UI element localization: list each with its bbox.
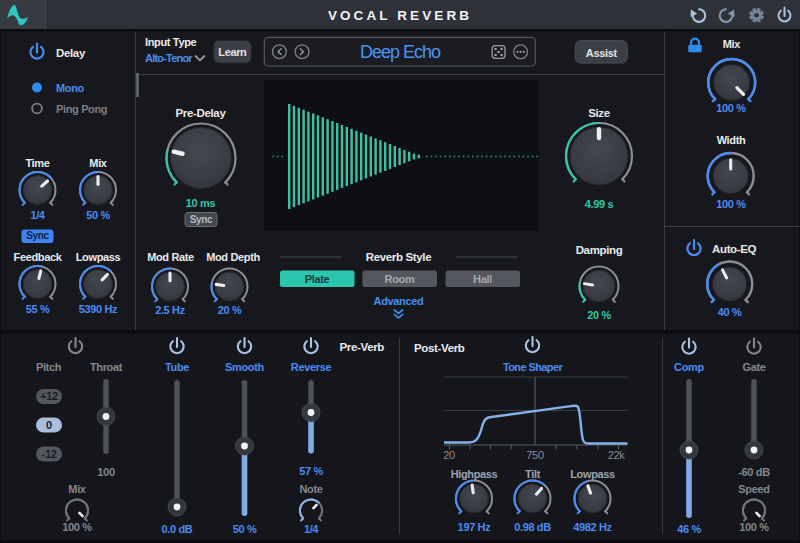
svg-text:Speed: Speed [738, 483, 769, 495]
svg-text:4.99 s: 4.99 s [585, 198, 614, 210]
svg-text:Sync: Sync [190, 214, 213, 225]
svg-text:0: 0 [46, 419, 52, 431]
svg-text:Size: Size [588, 107, 610, 119]
svg-text:100 %: 100 % [716, 198, 746, 210]
svg-text:Lowpass: Lowpass [570, 468, 615, 480]
svg-text:Post-Verb: Post-Verb [414, 342, 465, 354]
svg-text:Mod Rate: Mod Rate [147, 251, 194, 263]
svg-text:Delay: Delay [56, 47, 86, 59]
svg-text:Highpass: Highpass [451, 468, 498, 480]
svg-text:Comp: Comp [674, 361, 704, 373]
svg-text:Plate: Plate [305, 273, 330, 285]
svg-text:1/4: 1/4 [30, 209, 45, 221]
svg-text:Mono: Mono [56, 82, 85, 94]
svg-text:Hall: Hall [473, 273, 492, 285]
svg-text:2.5 Hz: 2.5 Hz [155, 304, 186, 316]
svg-text:Mix: Mix [723, 38, 742, 50]
svg-text:50 %: 50 % [86, 209, 110, 221]
svg-text:Width: Width [717, 134, 746, 146]
svg-text:100 %: 100 % [62, 521, 92, 533]
svg-text:Tone Shaper: Tone Shaper [503, 361, 564, 373]
svg-text:0.0 dB: 0.0 dB [162, 523, 193, 535]
svg-text:Mix: Mix [89, 157, 108, 169]
svg-text:VOCAL REVERB: VOCAL REVERB [328, 8, 472, 23]
svg-text:55 %: 55 % [26, 303, 50, 315]
svg-text:-12: -12 [42, 448, 57, 460]
svg-text:Input Type: Input Type [145, 36, 197, 48]
svg-text:Learn: Learn [218, 46, 247, 58]
svg-text:Mod Depth: Mod Depth [206, 251, 260, 263]
svg-text:57 %: 57 % [299, 465, 323, 477]
svg-text:Gate: Gate [742, 361, 765, 373]
svg-text:Lowpass: Lowpass [76, 251, 121, 263]
svg-text:10 ms: 10 ms [186, 197, 216, 209]
svg-text:20 %: 20 % [587, 309, 611, 321]
svg-text:Advanced: Advanced [374, 295, 424, 307]
svg-text:Smooth: Smooth [225, 361, 264, 373]
svg-text:Feedback: Feedback [14, 251, 63, 263]
svg-text:Deep Echo: Deep Echo [360, 42, 441, 62]
svg-text:Reverb Style: Reverb Style [366, 251, 431, 263]
svg-text:Room: Room [385, 273, 415, 285]
svg-text:Pre-Delay: Pre-Delay [176, 107, 227, 119]
svg-text:Auto-EQ: Auto-EQ [712, 243, 757, 255]
svg-text:100: 100 [97, 466, 115, 478]
svg-text:Mix: Mix [68, 483, 87, 495]
svg-text:100 %: 100 % [716, 102, 746, 114]
svg-text:50 %: 50 % [233, 523, 257, 535]
svg-text:0.98 dB: 0.98 dB [514, 521, 551, 533]
svg-text:Alto-Tenor: Alto-Tenor [145, 52, 193, 64]
svg-text:46 %: 46 % [677, 523, 701, 535]
svg-text:Note: Note [299, 483, 322, 495]
svg-text:1/4: 1/4 [304, 523, 319, 535]
svg-text:Ping Pong: Ping Pong [56, 103, 107, 115]
svg-text:20 %: 20 % [218, 304, 242, 316]
svg-text:Pre-Verb: Pre-Verb [339, 341, 384, 353]
svg-text:22k: 22k [608, 449, 626, 461]
svg-text:Sync: Sync [26, 230, 49, 241]
svg-text:4982 Hz: 4982 Hz [573, 521, 612, 533]
svg-text:Assist: Assist [586, 47, 618, 59]
svg-text:Tube: Tube [165, 361, 189, 373]
svg-text:Damping: Damping [576, 244, 623, 256]
svg-text:Pitch: Pitch [36, 361, 62, 373]
svg-text:750: 750 [526, 449, 544, 461]
svg-text:197 Hz: 197 Hz [458, 521, 492, 533]
svg-text:20: 20 [443, 449, 455, 461]
svg-text:5390 Hz: 5390 Hz [79, 303, 118, 315]
svg-text:-60 dB: -60 dB [738, 466, 770, 478]
svg-text:40 %: 40 % [718, 306, 742, 318]
svg-text:Tilt: Tilt [525, 468, 541, 480]
svg-text:Throat: Throat [90, 361, 123, 373]
svg-text:+12: +12 [40, 390, 58, 402]
svg-text:Time: Time [25, 157, 49, 169]
svg-text:Reverse: Reverse [291, 361, 332, 373]
svg-text:100 %: 100 % [739, 521, 769, 533]
